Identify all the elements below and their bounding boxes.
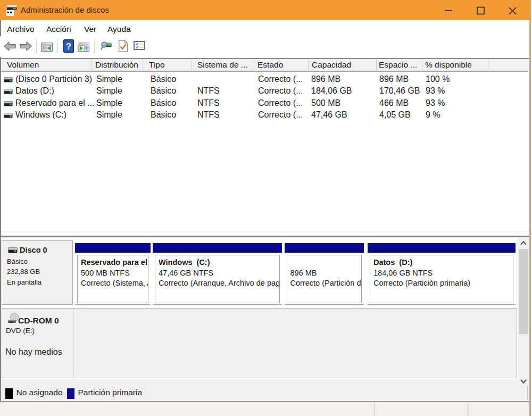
svg-text:?: ?	[66, 41, 71, 52]
